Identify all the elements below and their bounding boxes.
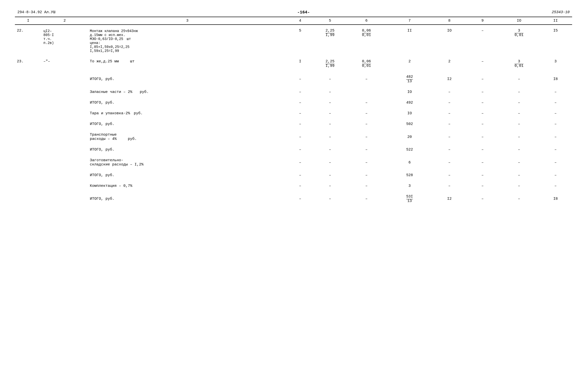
summary-itogo-4: ИТОГО, руб. – – – 522 – – – – [15,146,572,153]
summary-zapchasti-ref [41,89,88,96]
row-23-col6: 0,06 0,01 [347,58,386,69]
col-header-2: 2 [41,17,88,24]
summary-itogo-final: ИТОГО, руб. – – – 53I 13 I2 – – I8 [15,193,572,204]
row-23-col8: 2 [433,58,466,69]
summary-komplektacia: Комплектация – 0,7% – – – 3 – – – – [15,182,572,189]
row-23-col4: I [287,58,313,69]
summary-itogo-1-col5: – [313,74,347,85]
summary-itogo-final-col9: – [466,193,499,204]
summary-transport: Транспортные расходы – 4% руб. – – – 20 … [15,132,572,142]
row-22-col3: Монтаж клапана 25ч943нж д.15мм с исп.мех… [88,28,287,54]
summary-tara-col7: IO [386,110,433,117]
summary-zagotovit-label: Заготовительно- складские расходы – I,2% [88,157,287,168]
summary-transport-col7: 20 [386,132,433,142]
page-header: 294-8-34.92 Ал.УШ -164- 25343-10 [15,10,572,15]
row-22-col11: I5 [539,28,572,54]
summary-itogo-1-col8: I2 [433,74,466,85]
summary-zapchasti-col11: – [539,89,572,96]
summary-itogo-2-label: ИТОГО, руб. [88,99,287,106]
col-header-8: 8 [433,17,466,24]
summary-zagotovit-col7: 6 [386,157,433,168]
col-header-5: 5 [313,17,347,24]
summary-itogo-4-label: ИТОГО, руб. [88,146,287,153]
summary-tara-label: Тара и упаковка-2% руб. [88,110,287,117]
summary-itogo-5-col7: 528 [386,172,433,178]
summary-itogo-5: ИТОГО, руб. – – – 528 – – – – [15,172,572,178]
summary-itogo-2: ИТОГО, руб. – – – 492 – – – – [15,99,572,106]
row-23-col3: То же,д.25 мм шт [88,58,287,69]
summary-zapchasti-col10: – [499,89,539,96]
summary-itogo-1-label: ИТОГО, руб. [88,74,287,85]
col-header-10: IO [499,17,539,24]
summary-itogo-1-col9: – [466,74,499,85]
summary-itogo-3: ИТОГО, руб. – – – 502 – – – – [15,121,572,128]
summary-itogo-4-col7: 522 [386,146,433,153]
row-23-col10: 3 0,01 [499,58,539,69]
header-center: -164- [297,10,310,15]
row-23-col11: 3 [539,58,572,69]
row-23-col9: – [466,58,499,69]
summary-komplektacia-col7: 3 [386,182,433,189]
summary-zapchasti-col5: – [313,89,347,96]
header-right: 25343-10 [552,10,570,14]
row-23-col5: 2,25 I,99 [313,58,347,69]
summary-zapchasti-id [15,89,41,96]
summary-itogo-1-col11: I8 [539,74,572,85]
summary-zapchasti-label: Запасные части – 2% руб. [88,89,287,96]
summary-itogo-1: ИТОГО, руб. – – – 482 13 I2 – – I8 [15,74,572,85]
summary-itogo-2-col7: 492 [386,99,433,106]
summary-itogo-1-col4: – [287,74,313,85]
summary-itogo-3-label: ИТОГО, руб. [88,121,287,128]
row-22-id: 22. [15,28,41,54]
summary-itogo-final-col10: – [499,193,539,204]
summary-transport-label: Транспортные расходы – 4% руб. [88,132,287,142]
col-header-1: I [15,17,41,24]
summary-itogo-3-col7: 502 [386,121,433,128]
summary-itogo-final-col8: I2 [433,193,466,204]
main-table: I 2 3 4 5 6 7 8 9 IO II 22. цI2– 805-I т… [15,17,572,204]
summary-zapchasti-col6 [347,89,386,96]
row-22-col2: цI2– 805-I т.ч. п.2в) [41,28,88,54]
header-left: 294-8-34.92 Ал.УШ [17,10,55,14]
summary-zapchasti-col9: – [466,89,499,96]
row-22-col7: II [386,28,433,54]
row-23-col7: 2 [386,58,433,69]
summary-itogo-final-col11: I8 [539,193,572,204]
summary-itogo-1-id [15,74,41,85]
summary-itogo-1-col10: – [499,74,539,85]
summary-itogo-5-label: ИТОГО, руб. [88,172,287,178]
col-header-9: 9 [466,17,499,24]
summary-zapchasti: Запасные части – 2% руб. – – IO – – – – [15,89,572,96]
row-23-col2: –"– [41,58,88,69]
col-header-6: 6 [347,17,386,24]
summary-zapchasti-col7: IO [386,89,433,96]
summary-itogo-1-ref [41,74,88,85]
summary-zapchasti-col8: – [433,89,466,96]
col-header-4: 4 [287,17,313,24]
row-22-col4: 5 [287,28,313,54]
row-23-id: 23. [15,58,41,69]
column-headers: I 2 3 4 5 6 7 8 9 IO II [15,17,572,24]
summary-itogo-1-col6: – [347,74,386,85]
col-header-11: II [539,17,572,24]
row-22-col10: 3 0,01 [499,28,539,54]
summary-komplektacia-label: Комплектация – 0,7% [88,182,287,189]
summary-zapchasti-col4: – [287,89,313,96]
table-row: 23. –"– То же,д.25 мм шт I 2,25 I,99 0,0… [15,58,572,69]
summary-itogo-final-col7: 53I 13 [386,193,433,204]
table-row: 22. цI2– 805-I т.ч. п.2в) Монтаж клапана… [15,28,572,54]
row-22-col9: – [466,28,499,54]
col-header-3: 3 [88,17,287,24]
summary-tara: Тара и упаковка-2% руб. – – – IO – – – – [15,110,572,117]
col-header-7: 7 [386,17,433,24]
row-22-col6: 0,06 0,01 [347,28,386,54]
summary-itogo-1-col7: 482 13 [386,74,433,85]
summary-zagotovit: Заготовительно- складские расходы – I,2%… [15,157,572,168]
row-22-col8: IO [433,28,466,54]
summary-itogo-final-label: ИТОГО, руб. [88,193,287,204]
row-22-col5: 2,25 I,99 [313,28,347,54]
